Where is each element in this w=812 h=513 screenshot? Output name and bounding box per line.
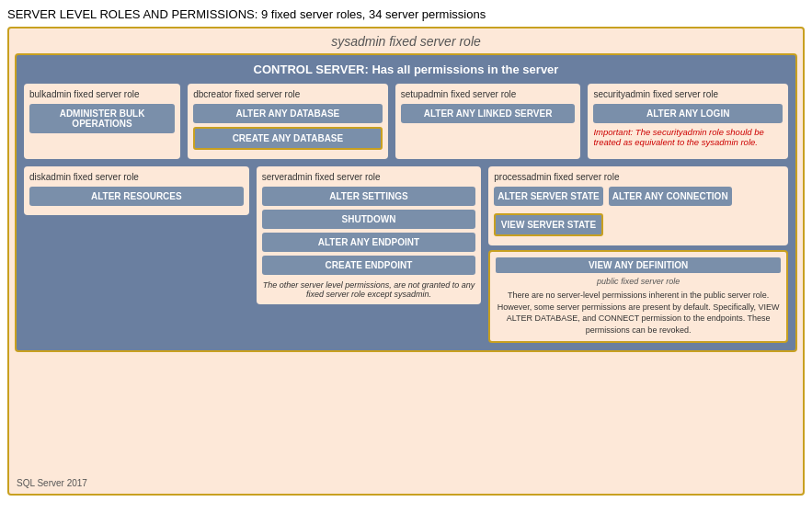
public-role-desc: There are no server-level permissions in… bbox=[496, 290, 781, 336]
securityadmin-perm1: ALTER ANY LOGIN bbox=[593, 104, 783, 123]
setupadmin-title: setupadmin fixed server role bbox=[401, 89, 576, 99]
serveradmin-perm2: SHUTDOWN bbox=[262, 210, 476, 229]
setupadmin-perm1: ALTER ANY LINKED SERVER bbox=[401, 104, 576, 123]
process-perms-left: ALTER SERVER STATE VIEW SERVER STATE bbox=[494, 187, 602, 240]
processadmin-section: processadmin fixed server role ALTER SER… bbox=[488, 166, 788, 343]
serveradmin-perm1: ALTER SETTINGS bbox=[262, 187, 476, 206]
processadmin-perm3: ALTER ANY CONNECTION bbox=[609, 187, 732, 206]
setupadmin-card: setupadmin fixed server role ALTER ANY L… bbox=[395, 84, 581, 159]
dbcreator-perm1: ALTER ANY DATABASE bbox=[193, 104, 383, 123]
page-title: SERVER LEVEL ROLES AND PERMISSIONS: 9 fi… bbox=[7, 7, 805, 21]
bottom-row: diskadmin fixed server role ALTER RESOUR… bbox=[24, 166, 788, 343]
other-perms-note: The other server level permissions, are … bbox=[262, 280, 476, 299]
serveradmin-perm3: ALTER ANY ENDPOINT bbox=[262, 233, 476, 252]
outer-box: sysadmin fixed server role CONTROL SERVE… bbox=[7, 27, 805, 496]
securityadmin-card: securityadmin fixed server role ALTER AN… bbox=[588, 84, 788, 159]
processadmin-perm2: VIEW SERVER STATE bbox=[494, 213, 602, 236]
dbcreator-perm2: CREATE ANY DATABASE bbox=[193, 127, 383, 150]
dbcreator-card: dbcreator fixed server role ALTER ANY DA… bbox=[188, 84, 388, 159]
serveradmin-title: serveradmin fixed server role bbox=[262, 172, 476, 182]
page: SERVER LEVEL ROLES AND PERMISSIONS: 9 fi… bbox=[0, 0, 812, 513]
securityadmin-title: securityadmin fixed server role bbox=[593, 89, 783, 99]
sysadmin-label: sysadmin fixed server role bbox=[15, 34, 797, 49]
processadmin-card: processadmin fixed server role ALTER SER… bbox=[488, 166, 788, 245]
view-any-title: VIEW ANY DEFINITION bbox=[496, 257, 781, 273]
bulkadmin-perm1: ADMINISTER BULK OPERATIONS bbox=[29, 104, 175, 133]
diskadmin-perm1: ALTER RESOURCES bbox=[29, 187, 244, 206]
title-bold: SERVER LEVEL ROLES AND PERMISSIONS: bbox=[7, 7, 257, 21]
processadmin-perm3-container: ALTER ANY CONNECTION bbox=[609, 187, 732, 210]
bulkadmin-title: bulkadmin fixed server role bbox=[29, 89, 175, 99]
public-role-label: public fixed server role bbox=[496, 277, 781, 286]
sql-version: SQL Server 2017 bbox=[17, 478, 87, 488]
bulkadmin-card: bulkadmin fixed server role ADMINISTER B… bbox=[24, 84, 180, 159]
title-normal: 9 fixed server roles, 34 server permissi… bbox=[257, 7, 486, 21]
control-server-title: CONTROL SERVER: Has all permissions in t… bbox=[24, 63, 788, 76]
securityadmin-note: Important: The securityadmin role should… bbox=[593, 127, 783, 147]
processadmin-perm1: ALTER SERVER STATE bbox=[494, 187, 602, 206]
serveradmin-perm4: CREATE ENDPOINT bbox=[262, 256, 476, 275]
view-any-box: VIEW ANY DEFINITION public fixed server … bbox=[488, 250, 788, 343]
top-roles-row: bulkadmin fixed server role ADMINISTER B… bbox=[24, 84, 788, 159]
dbcreator-title: dbcreator fixed server role bbox=[193, 89, 383, 99]
diskadmin-card: diskadmin fixed server role ALTER RESOUR… bbox=[24, 166, 249, 215]
processadmin-title: processadmin fixed server role bbox=[494, 172, 783, 182]
control-server-box: CONTROL SERVER: Has all permissions in t… bbox=[15, 53, 797, 352]
processadmin-inner: ALTER SERVER STATE VIEW SERVER STATE ALT… bbox=[494, 187, 783, 240]
serveradmin-card: serveradmin fixed server role ALTER SETT… bbox=[257, 166, 482, 304]
diskadmin-title: diskadmin fixed server role bbox=[29, 172, 244, 182]
